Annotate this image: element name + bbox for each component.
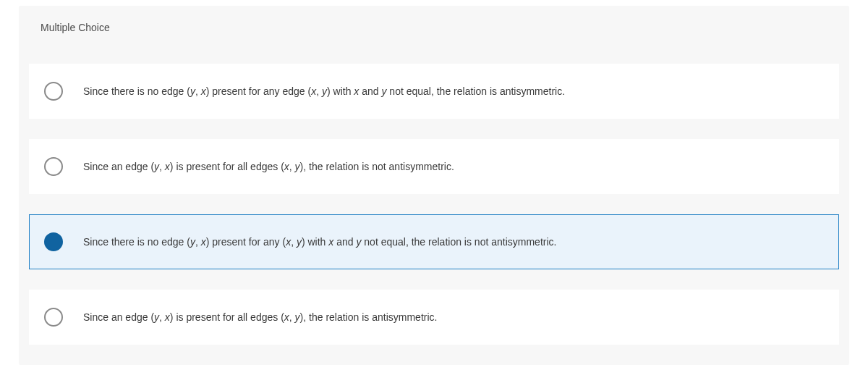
option-row-0[interactable]: Since there is no edge (y, x) present fo… <box>29 64 839 119</box>
radio-icon[interactable] <box>44 308 63 327</box>
option-row-1[interactable]: Since an edge (y, x) is present for all … <box>29 139 839 194</box>
option-row-3[interactable]: Since an edge (y, x) is present for all … <box>29 290 839 345</box>
quiz-title: Multiple Choice <box>41 22 110 33</box>
radio-icon[interactable] <box>44 232 63 251</box>
option-row-2[interactable]: Since there is no edge (y, x) present fo… <box>29 214 839 269</box>
radio-icon[interactable] <box>44 82 63 101</box>
option-text: Since an edge (y, x) is present for all … <box>83 310 437 325</box>
option-text: Since an edge (y, x) is present for all … <box>83 159 454 175</box>
options-wrapper: Since there is no edge (y, x) present fo… <box>19 49 849 365</box>
quiz-header: Multiple Choice <box>19 6 849 49</box>
quiz-container: Multiple Choice Since there is no edge (… <box>19 6 849 365</box>
option-text: Since there is no edge (y, x) present fo… <box>83 235 556 250</box>
option-text: Since there is no edge (y, x) present fo… <box>83 84 565 99</box>
radio-icon[interactable] <box>44 157 63 176</box>
